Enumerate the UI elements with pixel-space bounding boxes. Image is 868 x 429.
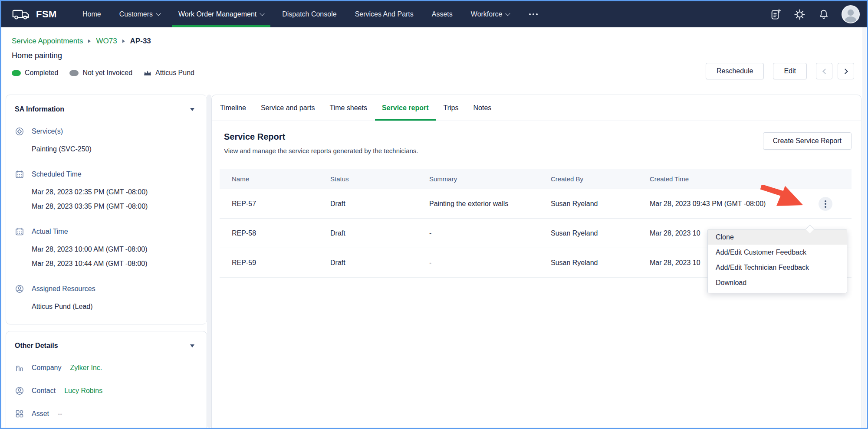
column-summary: Summary xyxy=(429,175,551,183)
menu-item-clone[interactable]: Clone xyxy=(708,229,847,245)
cell-summary: Painting the exterior walls xyxy=(429,200,551,208)
asset-value: -- xyxy=(58,410,62,418)
menu-item-download[interactable]: Download xyxy=(708,275,847,290)
chevron-down-icon xyxy=(156,11,161,16)
status-badge-invoice: Not yet Invoiced xyxy=(69,69,132,77)
cell-summary: - xyxy=(429,229,551,237)
notification-bell-icon[interactable] xyxy=(817,8,830,21)
calendar-icon xyxy=(15,170,24,179)
green-status-pill xyxy=(12,70,21,76)
scheduled-end: Mar 28, 2023 03:35 PM (GMT -08:00) xyxy=(32,199,198,213)
nav-item-work-order-management[interactable]: Work Order Management xyxy=(169,1,273,27)
services-label: Service(s) xyxy=(32,128,63,135)
settings-gear-icon[interactable] xyxy=(793,8,806,21)
gray-status-pill xyxy=(69,70,79,76)
collapse-caret-icon[interactable] xyxy=(190,344,194,347)
column-created-time: Created Time xyxy=(650,175,852,183)
edit-button[interactable]: Edit xyxy=(773,63,807,79)
previous-record-button[interactable] xyxy=(816,63,832,79)
asset-grid-icon xyxy=(15,409,24,419)
nav-item-dispatch-console[interactable]: Dispatch Console xyxy=(273,1,345,27)
contact-row: Contact Lucy Robins xyxy=(15,386,198,396)
scheduled-time-section: Scheduled Time Mar 28, 2023 02:35 PM (GM… xyxy=(15,170,198,213)
assigned-lead-badge: Atticus Pund xyxy=(144,69,194,77)
menu-item-add-edit-technician-feedback[interactable]: Add/Edit Technician Feedback xyxy=(708,260,847,275)
collapse-caret-icon[interactable] xyxy=(190,108,194,111)
tab-time-sheets[interactable]: Time sheets xyxy=(322,95,374,121)
breadcrumb: Service Appointments WO73 AP-33 xyxy=(12,37,151,46)
contact-label: Contact xyxy=(32,387,56,395)
page-scrollbar-track[interactable] xyxy=(862,27,866,428)
company-label: Company xyxy=(32,364,61,372)
section-subtitle: View and manage the service reports gene… xyxy=(224,147,852,154)
services-section: Service(s) Painting (SVC-250) xyxy=(15,127,198,156)
sa-information-panel: SA Information Service(s) Painting (SVC-… xyxy=(6,95,207,324)
other-details-title: Other Details xyxy=(15,342,58,350)
scheduled-time-label: Scheduled Time xyxy=(32,170,82,178)
chevron-down-icon xyxy=(260,11,265,16)
cell-status: Draft xyxy=(330,259,429,267)
cell-created-by: Susan Ryeland xyxy=(551,200,650,208)
breadcrumb-wo73[interactable]: WO73 xyxy=(96,37,117,46)
chevron-left-icon xyxy=(822,69,828,74)
cell-created-by: Susan Ryeland xyxy=(551,229,650,237)
scheduled-start: Mar 28, 2023 02:35 PM (GMT -08:00) xyxy=(32,185,198,199)
sidebar-scrollbar-track[interactable] xyxy=(207,95,211,428)
nav-item-services-and-parts[interactable]: Services And Parts xyxy=(346,1,423,27)
other-details-panel: Other Details Company Zylker Inc. xyxy=(6,331,207,429)
tab-trips[interactable]: Trips xyxy=(437,95,466,121)
top-navbar: FSM Home Customers Work Order Management… xyxy=(1,1,867,27)
column-status: Status xyxy=(330,175,429,183)
asset-label: Asset xyxy=(32,410,49,418)
person-circle-icon xyxy=(15,284,24,294)
fsm-app-window: FSM Home Customers Work Order Management… xyxy=(0,0,868,429)
breadcrumb-service-appointments[interactable]: Service Appointments xyxy=(12,37,83,46)
row-actions-context-menu: Clone Add/Edit Customer Feedback Add/Edi… xyxy=(707,229,847,293)
nav-item-workforce[interactable]: Workforce xyxy=(462,1,519,27)
company-buildings-icon xyxy=(15,363,24,373)
nav-item-home[interactable]: Home xyxy=(73,1,110,27)
navbar-right-icons xyxy=(769,5,867,23)
detail-tabs: Timeline Service and parts Time sheets S… xyxy=(212,95,861,121)
row-actions-kebab-button[interactable] xyxy=(819,197,832,211)
fsm-logo[interactable]: FSM xyxy=(1,8,73,21)
tab-notes[interactable]: Notes xyxy=(467,95,499,121)
column-created-by: Created By xyxy=(551,175,650,183)
tab-service-report[interactable]: Service report xyxy=(375,95,436,121)
nav-item-customers[interactable]: Customers xyxy=(110,1,169,27)
truck-logo-icon xyxy=(11,8,31,21)
cell-name: REP-57 xyxy=(232,200,330,208)
nav-more-options[interactable] xyxy=(519,1,548,27)
next-record-button[interactable] xyxy=(838,63,854,79)
contact-person-icon xyxy=(15,386,24,396)
status-badge-completed: Completed xyxy=(12,69,58,77)
nav-item-assets[interactable]: Assets xyxy=(423,1,462,27)
section-title: Service Report xyxy=(224,132,852,142)
contact-value-link[interactable]: Lucy Robins xyxy=(64,387,102,395)
assigned-resources-label: Assigned Resources xyxy=(32,285,95,293)
cell-status: Draft xyxy=(330,229,429,237)
column-name: Name xyxy=(232,175,330,183)
assigned-resources-section: Assigned Resources Atticus Pund (Lead) xyxy=(15,284,198,314)
tab-service-and-parts[interactable]: Service and parts xyxy=(254,95,322,121)
cell-status: Draft xyxy=(330,200,429,208)
status-badges: Completed Not yet Invoiced Atticus Pund xyxy=(12,69,194,77)
sa-information-title: SA Information xyxy=(15,105,64,113)
cell-name: REP-59 xyxy=(232,259,330,267)
table-row-rep-57[interactable]: REP-57 Draft Painting the exterior walls… xyxy=(220,189,852,219)
breadcrumb-separator-icon xyxy=(122,39,125,43)
tab-timeline[interactable]: Timeline xyxy=(213,95,253,121)
app-title: FSM xyxy=(36,9,57,20)
page-header: Service Appointments WO73 AP-33 Home pai… xyxy=(1,27,867,94)
company-value-link[interactable]: Zylker Inc. xyxy=(70,364,102,372)
reschedule-button[interactable]: Reschedule xyxy=(706,63,764,79)
cell-summary: - xyxy=(429,259,551,267)
service-report-section-head: Service Report View and manage the servi… xyxy=(212,121,861,154)
breadcrumb-current: AP-33 xyxy=(130,37,151,46)
create-service-report-button[interactable]: Create Service Report xyxy=(763,132,852,150)
compose-note-icon[interactable] xyxy=(769,8,782,21)
user-avatar[interactable] xyxy=(842,5,860,23)
chevron-down-icon xyxy=(506,11,510,16)
menu-item-add-edit-customer-feedback[interactable]: Add/Edit Customer Feedback xyxy=(708,245,847,260)
actual-end: Mar 28, 2023 10:44 AM (GMT -08:00) xyxy=(32,256,198,271)
